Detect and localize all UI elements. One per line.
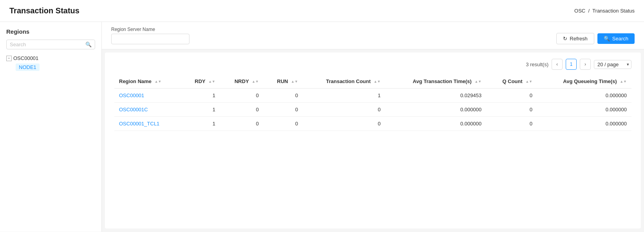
- filter-bar: Region Server Name ↻ Refresh 🔍 Search: [102, 22, 644, 49]
- cell-transaction-count: 0: [303, 117, 385, 131]
- tree-item-label-osc00001: OSC00001: [13, 55, 38, 61]
- tree-item-osc00001[interactable]: − OSC00001: [6, 54, 95, 62]
- col-region-name[interactable]: Region Name ▲▼: [114, 74, 181, 89]
- table-body: OSC0000110010.02945300.000000OSC00001C10…: [114, 89, 631, 131]
- table-header: Region Name ▲▼ RDY ▲▼ NRDY ▲▼ RUN ▲▼ Tra: [114, 74, 631, 89]
- search-btn-label: Search: [612, 36, 628, 42]
- cell-avg-transaction-time: 0.029453: [385, 89, 486, 103]
- cell-run: 0: [263, 89, 303, 103]
- cell-q-count: 0: [486, 117, 537, 131]
- col-avg-queue-time[interactable]: Avg Queueing Time(s) ▲▼: [537, 74, 631, 89]
- col-rdy[interactable]: RDY ▲▼: [181, 74, 220, 89]
- breadcrumb: OSC / Transaction Status: [574, 8, 635, 14]
- sort-icon-avg-txn: ▲▼: [474, 80, 482, 83]
- cell-run: 0: [263, 103, 303, 117]
- filter-actions: ↻ Refresh 🔍 Search: [556, 33, 635, 44]
- tree-item-label-node1: NODE1: [16, 63, 40, 71]
- search-button[interactable]: 🔍 Search: [597, 33, 635, 44]
- page-header: Transaction Status OSC / Transaction Sta…: [0, 0, 644, 22]
- collapse-icon[interactable]: −: [6, 56, 12, 61]
- col-run[interactable]: RUN ▲▼: [263, 74, 303, 89]
- cell-run: 0: [263, 117, 303, 131]
- col-avg-txn-time[interactable]: Avg Transaction Time(s) ▲▼: [385, 74, 486, 89]
- cell-nrdy: 0: [220, 103, 263, 117]
- cell-q-count: 0: [486, 89, 537, 103]
- search-btn-icon: 🔍: [604, 36, 610, 42]
- col-q-count[interactable]: Q Count ▲▼: [486, 74, 537, 89]
- cell-rdy: 1: [181, 89, 220, 103]
- tree-item-node1[interactable]: NODE1: [16, 62, 95, 72]
- sidebar-search-input[interactable]: [10, 42, 85, 47]
- cell-nrdy: 0: [220, 117, 263, 131]
- prev-page-button[interactable]: ‹: [552, 59, 563, 70]
- sort-icon-run: ▲▼: [291, 80, 298, 83]
- refresh-button[interactable]: ↻ Refresh: [556, 33, 594, 44]
- cell-rdy: 1: [181, 103, 220, 117]
- sort-icon-rdy: ▲▼: [208, 80, 215, 83]
- col-transaction-count[interactable]: Transaction Count ▲▼: [303, 74, 385, 89]
- next-page-button[interactable]: ›: [580, 59, 591, 70]
- cell-transaction-count: 0: [303, 103, 385, 117]
- refresh-label: Refresh: [570, 36, 588, 42]
- search-icon: 🔍: [85, 42, 92, 47]
- filter-label-region-server-name: Region Server Name: [111, 27, 189, 32]
- table-row: OSC00001_TCL110000.00000000.000000: [114, 117, 631, 131]
- cell-region-name[interactable]: OSC00001: [114, 89, 181, 103]
- table-toolbar: 3 result(s) ‹ 1 › 20 / page 50 / page 10…: [114, 59, 631, 70]
- sort-icon-region-name: ▲▼: [155, 80, 162, 83]
- cell-avg-transaction-time: 0.000000: [385, 103, 486, 117]
- sort-icon-q-count: ▲▼: [525, 80, 532, 83]
- sort-icon-nrdy: ▲▼: [252, 80, 259, 83]
- table-row: OSC00001C10000.00000000.000000: [114, 103, 631, 117]
- transaction-table: Region Name ▲▼ RDY ▲▼ NRDY ▲▼ RUN ▲▼ Tra: [114, 74, 631, 131]
- breadcrumb-current: Transaction Status: [592, 8, 635, 14]
- sidebar-title: Regions: [6, 28, 95, 35]
- page-size-wrapper[interactable]: 20 / page 50 / page 100 / page: [594, 60, 631, 69]
- cell-q-count: 0: [486, 103, 537, 117]
- cell-avg-transaction-time: 0.000000: [385, 117, 486, 131]
- refresh-icon: ↻: [563, 36, 567, 42]
- cell-nrdy: 0: [220, 89, 263, 103]
- cell-avg-queueing-time: 0.000000: [537, 89, 631, 103]
- sidebar: Regions 🔍 − OSC00001 NODE1: [0, 22, 102, 232]
- breadcrumb-parent: OSC: [574, 8, 585, 14]
- cell-rdy: 1: [181, 117, 220, 131]
- sort-icon-txn-count: ▲▼: [373, 80, 381, 83]
- main-content: Regions 🔍 − OSC00001 NODE1 Region Server…: [0, 22, 644, 232]
- table-section: 3 result(s) ‹ 1 › 20 / page 50 / page 10…: [105, 53, 641, 228]
- page-title: Transaction Status: [9, 6, 79, 15]
- sort-icon-avg-queue: ▲▼: [620, 80, 627, 83]
- page-size-select[interactable]: 20 / page 50 / page 100 / page: [594, 60, 631, 69]
- sidebar-search-box[interactable]: 🔍: [6, 40, 95, 49]
- cell-avg-queueing-time: 0.000000: [537, 117, 631, 131]
- current-page-button[interactable]: 1: [566, 59, 577, 70]
- table-row: OSC0000110010.02945300.000000: [114, 89, 631, 103]
- filter-field-region-server-name: Region Server Name: [111, 27, 189, 44]
- cell-transaction-count: 1: [303, 89, 385, 103]
- col-nrdy[interactable]: NRDY ▲▼: [220, 74, 263, 89]
- right-panel: Region Server Name ↻ Refresh 🔍 Search 3 …: [102, 22, 644, 232]
- results-count: 3 result(s): [526, 62, 548, 67]
- cell-region-name[interactable]: OSC00001_TCL1: [114, 117, 181, 131]
- tree-child-node1: NODE1: [6, 62, 95, 72]
- cell-region-name[interactable]: OSC00001C: [114, 103, 181, 117]
- cell-avg-queueing-time: 0.000000: [537, 103, 631, 117]
- region-server-name-input[interactable]: [111, 34, 189, 44]
